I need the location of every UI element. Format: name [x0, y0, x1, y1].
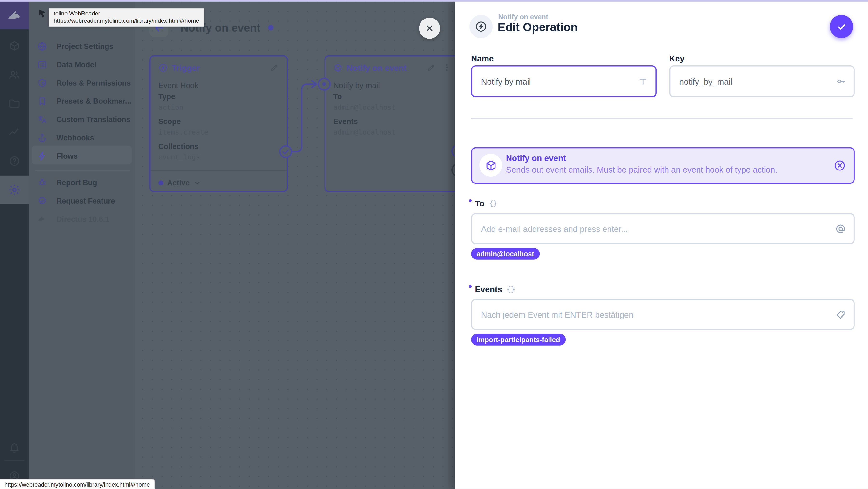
notifications-button[interactable] — [0, 433, 29, 461]
events-input[interactable] — [472, 310, 832, 319]
bolt-circle-icon — [158, 63, 168, 72]
kebab-menu-icon — [442, 62, 451, 72]
folder-icon — [8, 97, 21, 110]
active-dot — [158, 180, 163, 185]
check-icon — [836, 21, 847, 32]
status-url-bubble: https://webreader.mytolino.com/library/i… — [0, 479, 155, 489]
name-label: Name — [471, 54, 494, 63]
drawer-divider — [471, 118, 852, 119]
save-button[interactable] — [830, 15, 853, 38]
field-value: items.create — [158, 128, 208, 136]
status-label: Active — [167, 179, 189, 187]
operation-panel-title: Notify on event — [346, 63, 406, 72]
operation-type-notice: Notify on event Sends out event emails. … — [471, 147, 855, 184]
events-label: Events — [469, 284, 516, 294]
sidebar-item-label: Data Model — [56, 60, 96, 68]
sidebar-item-presets-bookmarks[interactable]: Presets & Bookmar... — [29, 92, 134, 110]
tag-icon — [835, 309, 846, 320]
key-field[interactable] — [669, 65, 855, 97]
sidebar-item-custom-translations[interactable]: Custom Translations — [29, 110, 134, 128]
raw-value-icon[interactable] — [506, 285, 516, 294]
trigger-subtitle: Event Hook — [158, 81, 198, 90]
field-value: action — [158, 103, 184, 111]
flow-status-toggle[interactable]: Active — [158, 179, 201, 187]
sidebar-item-report-bug[interactable]: Report Bug — [29, 173, 134, 192]
trigger-panel-header: Trigger — [158, 63, 200, 72]
edit-operation-drawer: Notify on event Edit Operation Name Key — [455, 0, 868, 489]
sidebar-item-roles-permissions[interactable]: Roles & Permissions — [29, 73, 134, 92]
name-field[interactable] — [471, 65, 656, 97]
rabbit-icon — [37, 214, 47, 224]
gear-icon — [8, 183, 21, 196]
bookmark-icon — [37, 96, 47, 106]
shield-person-icon — [37, 78, 47, 88]
module-content[interactable] — [0, 32, 29, 60]
operation-panel-header: Notify on event — [333, 63, 406, 72]
pencil-icon — [427, 63, 436, 72]
field-label: Type — [158, 92, 175, 100]
sidebar-item-label: Report Bug — [56, 178, 97, 186]
sidebar-item-label: Project Settings — [56, 42, 113, 50]
trigger-panel[interactable]: Trigger Event Hook Type action Scope ite… — [150, 56, 288, 192]
tooltip-url: https://webreader.mytolino.com/library/i… — [54, 17, 199, 24]
bell-icon — [8, 441, 21, 454]
to-input[interactable] — [472, 224, 832, 234]
name-input[interactable] — [472, 77, 635, 86]
change-operation-button[interactable] — [834, 159, 846, 172]
bug-icon — [37, 178, 47, 187]
edit-operation-button[interactable] — [427, 63, 436, 72]
settings-nav: Project Settings Data Model Roles & Perm… — [29, 2, 134, 489]
sidebar-item-webhooks[interactable]: Webhooks — [29, 128, 134, 147]
to-field[interactable] — [471, 213, 855, 244]
users-icon — [8, 69, 21, 81]
bolt-circle-icon — [475, 21, 487, 33]
events-chip[interactable]: import-participants-failed — [471, 334, 566, 345]
operation-subtitle: Notify by mail — [333, 81, 380, 90]
anchor-icon — [37, 133, 47, 143]
chevron-down-icon — [193, 179, 200, 187]
sidebar-item-flows[interactable]: Flows — [29, 147, 134, 165]
required-dot — [469, 200, 472, 202]
module-users[interactable] — [0, 60, 29, 89]
notice-description: Sends out event emails. Must be paired w… — [506, 165, 777, 174]
drawer-breadcrumb: Notify on event — [498, 13, 548, 21]
close-drawer-button[interactable] — [419, 18, 440, 38]
sidebar-item-request-feature[interactable]: Request Feature — [29, 191, 134, 210]
key-input[interactable] — [670, 77, 833, 86]
field-label: To — [333, 92, 342, 100]
module-settings[interactable] — [0, 176, 29, 204]
notice-title: Notify on event — [506, 153, 566, 163]
cube-icon — [485, 159, 497, 172]
module-docs[interactable] — [0, 147, 29, 175]
operation-menu-button[interactable] — [442, 62, 451, 72]
operation-panel[interactable]: Notify on event Notify by mail To admin@… — [324, 56, 460, 192]
sidebar-item-project-settings[interactable]: Project Settings — [29, 37, 134, 56]
field-label: Collections — [158, 142, 199, 150]
chip-label: import-participants-failed — [477, 336, 560, 343]
drawer-title: Edit Operation — [498, 21, 578, 34]
version-label: Directus 10.6.1 — [56, 215, 109, 223]
field-value: event_logs — [158, 153, 200, 161]
directus-logo[interactable] — [0, 2, 29, 29]
sidebar-item-data-model[interactable]: Data Model — [29, 56, 134, 74]
required-dot — [469, 285, 472, 288]
to-chip[interactable]: admin@localhost — [471, 248, 539, 260]
panel-footer-divider — [151, 171, 287, 171]
field-label: Scope — [158, 117, 181, 126]
events-field[interactable] — [471, 299, 855, 330]
drawer-header-icon — [469, 15, 493, 38]
mouse-cursor — [38, 9, 47, 19]
badge-check-icon — [37, 196, 47, 206]
sidebar-item-label: Roles & Permissions — [56, 79, 131, 87]
field-value: admin@localhost — [333, 103, 396, 111]
chart-icon — [8, 126, 21, 139]
module-files[interactable] — [0, 89, 29, 118]
bolt-icon — [37, 151, 47, 161]
raw-value-icon[interactable] — [489, 199, 498, 208]
edit-trigger-button[interactable] — [270, 63, 279, 72]
module-insights[interactable] — [0, 118, 29, 147]
notice-icon-circle — [479, 154, 502, 177]
flow-status-dot — [268, 25, 273, 30]
flow-canvas[interactable]: Notify on event Trigger Event Hook Type … — [134, 2, 455, 489]
module-bar — [0, 2, 29, 489]
